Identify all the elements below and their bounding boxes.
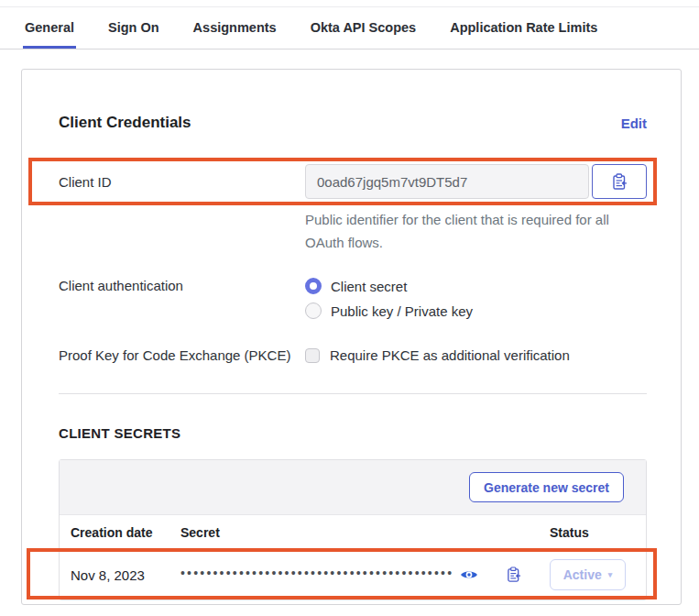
table-header-row: Creation date Secret Status	[60, 515, 646, 550]
column-header-secret: Secret	[180, 525, 550, 540]
radio-selected-icon[interactable]	[305, 278, 322, 294]
clipboard-copy-icon	[507, 566, 521, 583]
tab-general[interactable]: General	[23, 20, 76, 49]
section-title: Client Credentials	[59, 114, 191, 132]
clipboard-copy-icon	[612, 173, 628, 191]
app-tab-bar: General Sign On Assignments Okta API Sco…	[0, 7, 699, 50]
reveal-secret-button[interactable]	[460, 568, 478, 581]
tab-assignments[interactable]: Assignments	[191, 20, 279, 49]
client-id-input[interactable]	[305, 164, 589, 199]
table-row: Nov 8, 2023 ••••••••••••••••••••••••••••…	[60, 550, 646, 600]
client-authentication-options: Client secret Public key / Private key	[305, 278, 473, 319]
pkce-row: Proof Key for Code Exchange (PKCE) Requi…	[59, 347, 647, 363]
client-id-row: Client ID	[59, 164, 647, 199]
client-secrets-title: CLIENT SECRETS	[59, 425, 647, 441]
copy-client-id-button[interactable]	[592, 164, 647, 199]
client-authentication-row: Client authentication Client secret Publ…	[59, 278, 647, 319]
status-label: Active	[563, 567, 602, 582]
radio-label: Public key / Private key	[331, 303, 473, 319]
generate-new-secret-button[interactable]: Generate new secret	[469, 472, 624, 502]
chevron-down-icon: ▾	[608, 570, 613, 579]
tab-sign-on[interactable]: Sign On	[106, 20, 161, 49]
pkce-checkbox-label: Require PKCE as additional verification	[330, 347, 570, 363]
table-toolbar: Generate new secret	[60, 460, 646, 515]
tab-okta-api-scopes[interactable]: Okta API Scopes	[309, 20, 419, 49]
client-secrets-table: Generate new secret Creation date Secret…	[59, 459, 647, 600]
radio-option-public-private-key[interactable]: Public key / Private key	[305, 302, 473, 319]
client-id-help-text: Public identifier for the client that is…	[305, 208, 646, 254]
tab-application-rate-limits[interactable]: Application Rate Limits	[448, 20, 599, 49]
column-header-creation-date: Creation date	[71, 525, 180, 540]
client-id-label: Client ID	[59, 174, 305, 190]
status-dropdown-button[interactable]: Active ▾	[550, 559, 626, 590]
eye-icon	[460, 568, 478, 581]
secret-creation-date: Nov 8, 2023	[71, 567, 180, 583]
section-divider	[59, 393, 647, 394]
column-header-status: Status	[550, 525, 635, 540]
copy-secret-button[interactable]	[507, 566, 521, 583]
radio-label: Client secret	[331, 279, 407, 294]
radio-unselected-icon[interactable]	[305, 302, 322, 319]
edit-link[interactable]: Edit	[621, 116, 647, 131]
client-authentication-label: Client authentication	[59, 278, 305, 293]
pkce-label: Proof Key for Code Exchange (PKCE)	[59, 347, 305, 363]
pkce-checkbox[interactable]	[305, 348, 320, 363]
masked-secret-value: ••••••••••••••••••••••••••••••••••••••••…	[180, 566, 453, 579]
client-credentials-card: Client Credentials Edit Client ID Public…	[21, 69, 682, 605]
card-header: Client Credentials Edit	[59, 114, 647, 132]
radio-option-client-secret[interactable]: Client secret	[305, 278, 473, 294]
